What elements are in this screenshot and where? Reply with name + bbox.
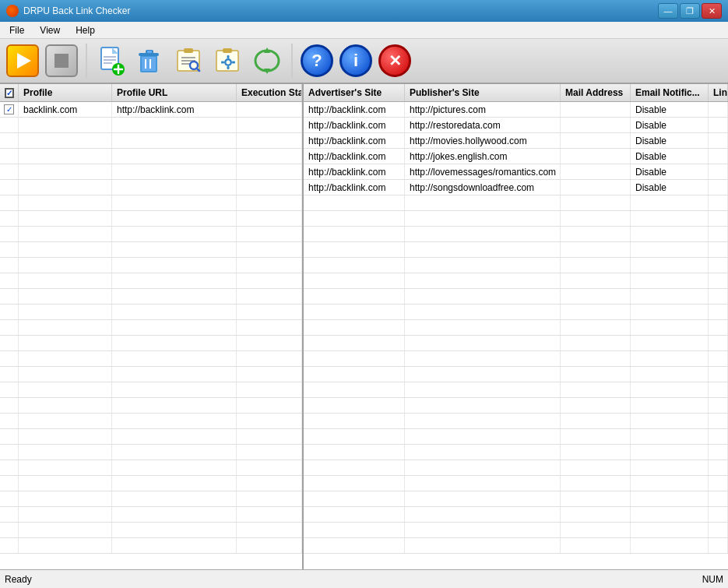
table-row[interactable]: http://backlink.com http://restoredata.c… bbox=[304, 118, 728, 133]
cell-profile bbox=[19, 382, 112, 397]
left-pane: ✓ Profile Profile URL Execution Status ✓… bbox=[0, 84, 304, 569]
row-checkbox bbox=[0, 305, 19, 319]
menu-bar: File View Help bbox=[0, 22, 728, 39]
cell-mail bbox=[561, 102, 631, 117]
cell-publisher bbox=[405, 507, 561, 522]
cell-notif bbox=[631, 227, 709, 241]
table-row[interactable]: ✓ backlink.com http://backlink.com bbox=[0, 102, 302, 118]
schedule-button[interactable] bbox=[249, 43, 285, 79]
menu-file[interactable]: File bbox=[3, 23, 30, 37]
cell-url bbox=[112, 149, 237, 164]
header-profile: Profile bbox=[19, 84, 112, 101]
table-row[interactable]: http://backlink.com http://pictures.com … bbox=[304, 102, 728, 118]
cell-execution-status bbox=[237, 305, 302, 319]
table-row bbox=[0, 382, 302, 398]
table-row bbox=[0, 491, 302, 507]
table-row bbox=[0, 445, 302, 460]
cell-url bbox=[112, 429, 237, 444]
cell-execution-status bbox=[237, 507, 302, 522]
cell-publisher bbox=[405, 523, 561, 537]
cell-execution-status bbox=[237, 180, 302, 195]
table-row[interactable]: http://backlink.com http://jokes.english… bbox=[304, 149, 728, 164]
cell-publisher bbox=[405, 491, 561, 506]
close-button[interactable]: ✕ bbox=[702, 3, 722, 19]
restore-button[interactable]: ❐ bbox=[680, 3, 700, 19]
cell-execution-status bbox=[237, 398, 302, 413]
stop-icon bbox=[55, 54, 69, 68]
menu-help[interactable]: Help bbox=[69, 23, 101, 37]
table-row bbox=[304, 195, 728, 211]
cell-execution-status bbox=[237, 336, 302, 350]
cell-execution-status bbox=[237, 523, 302, 537]
cell-url bbox=[112, 445, 237, 459]
cell-mail bbox=[561, 118, 631, 132]
search-button[interactable] bbox=[171, 43, 207, 79]
help-icon: ? bbox=[301, 44, 333, 77]
cell-link bbox=[709, 273, 728, 288]
cell-link bbox=[709, 133, 728, 148]
cell-mail bbox=[561, 289, 631, 304]
table-row bbox=[0, 460, 302, 476]
delete-profile-button[interactable] bbox=[132, 43, 168, 79]
add-profile-button[interactable] bbox=[93, 43, 129, 79]
table-row bbox=[304, 429, 728, 445]
cell-url bbox=[112, 305, 237, 319]
svg-rect-23 bbox=[223, 48, 232, 53]
cell-execution-status bbox=[237, 351, 302, 366]
exit-button[interactable]: ✕ bbox=[377, 43, 413, 79]
svg-rect-26 bbox=[227, 55, 230, 58]
cell-mail bbox=[561, 180, 631, 195]
cell-execution-status bbox=[237, 164, 302, 179]
table-row[interactable]: http://backlink.com http://songsdownload… bbox=[304, 180, 728, 195]
status-bar: Ready NUM bbox=[0, 569, 728, 588]
cell-execution-status bbox=[237, 445, 302, 459]
table-row bbox=[0, 336, 302, 351]
minimize-button[interactable]: — bbox=[658, 3, 678, 19]
num-indicator: NUM bbox=[702, 574, 723, 585]
search-icon bbox=[173, 44, 206, 77]
cell-link bbox=[709, 320, 728, 335]
cell-execution-status bbox=[237, 538, 302, 553]
cell-execution-status bbox=[237, 476, 302, 491]
cell-publisher bbox=[405, 460, 561, 475]
cell-link bbox=[709, 164, 728, 179]
cell-notif: Disable bbox=[631, 102, 709, 117]
cell-advertiser bbox=[304, 351, 405, 366]
cell-advertiser bbox=[304, 398, 405, 413]
settings-button[interactable] bbox=[210, 43, 246, 79]
table-row bbox=[0, 118, 302, 133]
cell-notif bbox=[631, 414, 709, 428]
cell-notif bbox=[631, 476, 709, 491]
menu-view[interactable]: View bbox=[33, 23, 66, 37]
cell-url bbox=[112, 258, 237, 273]
help-button[interactable]: ? bbox=[299, 43, 335, 79]
row-checkbox bbox=[0, 133, 19, 148]
header-checkbox[interactable]: ✓ bbox=[5, 88, 14, 98]
stop-button[interactable] bbox=[44, 43, 79, 79]
cell-profile bbox=[19, 538, 112, 553]
cell-notif bbox=[631, 320, 709, 335]
cell-link bbox=[709, 118, 728, 132]
cell-execution-status bbox=[237, 195, 302, 210]
row-checkbox bbox=[0, 382, 19, 397]
row-checkbox[interactable]: ✓ bbox=[0, 102, 19, 117]
header-execution-status: Execution Status bbox=[237, 84, 302, 101]
cell-execution-status bbox=[237, 149, 302, 164]
table-row[interactable]: http://backlink.com http://lovemessages/… bbox=[304, 164, 728, 180]
cell-notif: Disable bbox=[631, 164, 709, 179]
cell-link bbox=[709, 102, 728, 117]
table-row bbox=[304, 414, 728, 429]
start-button[interactable] bbox=[5, 43, 40, 79]
table-row[interactable]: http://backlink.com http://movies.hollyw… bbox=[304, 133, 728, 149]
cell-link bbox=[709, 211, 728, 226]
info-button[interactable]: i bbox=[338, 43, 374, 79]
cell-notif bbox=[631, 523, 709, 537]
cell-url bbox=[112, 180, 237, 195]
cell-advertiser bbox=[304, 211, 405, 226]
cell-mail bbox=[561, 164, 631, 179]
table-row bbox=[304, 507, 728, 523]
cell-link bbox=[709, 507, 728, 522]
cell-url bbox=[112, 195, 237, 210]
cell-publisher bbox=[405, 305, 561, 319]
cell-advertiser: http://backlink.com bbox=[304, 133, 405, 148]
